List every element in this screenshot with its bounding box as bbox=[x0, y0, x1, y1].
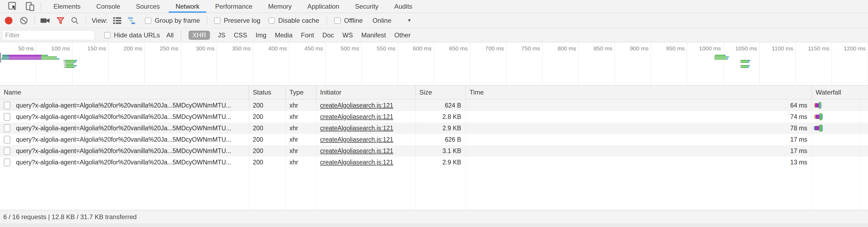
waterfall-cell bbox=[812, 145, 868, 157]
column-header-initiator[interactable]: Initiator bbox=[316, 86, 415, 99]
throttling-select[interactable]: Online bbox=[372, 17, 391, 24]
initiator-link[interactable]: createAlgoliasearch.js:121 bbox=[320, 125, 393, 132]
name-cell: query?x-algolia-agent=Algolia%20for%20va… bbox=[0, 100, 249, 111]
disable-cache-toggle[interactable]: Disable cache bbox=[269, 17, 319, 24]
view-list-icon[interactable] bbox=[112, 16, 122, 25]
status-cell: 200 bbox=[249, 111, 286, 122]
tab-security[interactable]: Security bbox=[347, 0, 386, 13]
waterfall-bar-segment bbox=[819, 125, 822, 131]
column-header-type[interactable]: Type bbox=[286, 86, 316, 99]
table-row[interactable]: query?x-algolia-agent=Algolia%20for%20va… bbox=[0, 145, 868, 157]
timeline-gridline: 950 ms bbox=[651, 42, 687, 85]
filter-type-ws[interactable]: WS bbox=[342, 31, 353, 40]
record-button[interactable] bbox=[5, 17, 12, 24]
size-cell: 626 B bbox=[415, 134, 466, 145]
search-icon[interactable] bbox=[70, 16, 79, 25]
filter-type-js[interactable]: JS bbox=[217, 31, 226, 40]
toolbar-divider bbox=[207, 16, 208, 25]
size-cell: 2.9 KB bbox=[415, 157, 466, 168]
table-row[interactable]: query?x-algolia-agent=Algolia%20for%20va… bbox=[0, 111, 868, 122]
filter-icon[interactable] bbox=[56, 16, 65, 25]
initiator-link[interactable]: createAlgoliasearch.js:121 bbox=[320, 102, 393, 109]
group-by-frame-label: Group by frame bbox=[155, 17, 200, 24]
waterfall-cell bbox=[812, 157, 868, 168]
filter-type-css[interactable]: CSS bbox=[233, 31, 248, 40]
initiator-cell: createAlgoliasearch.js:121 bbox=[316, 111, 415, 122]
toolbar-divider bbox=[86, 16, 86, 25]
column-header-waterfall[interactable]: Waterfall bbox=[812, 86, 868, 99]
timeline-tick-label: 1150 ms bbox=[808, 45, 830, 52]
status-cell: 200 bbox=[249, 145, 286, 157]
filter-input[interactable] bbox=[2, 30, 94, 40]
filter-divider bbox=[181, 31, 181, 39]
tab-audits[interactable]: Audits bbox=[386, 0, 420, 13]
disable-cache-checkbox[interactable] bbox=[269, 17, 275, 24]
preserve-log-checkbox[interactable] bbox=[214, 17, 220, 24]
timeline-tick-label: 700 ms bbox=[485, 45, 504, 52]
requests-summary: 6 / 16 requests | 12.8 KB / 31.7 KB tran… bbox=[3, 213, 137, 221]
chevron-down-icon[interactable]: ▼ bbox=[407, 18, 412, 23]
filter-type-other[interactable]: Other bbox=[394, 31, 411, 40]
filter-type-manifest[interactable]: Manifest bbox=[361, 31, 386, 40]
type-cell: xhr bbox=[286, 134, 316, 145]
offline-checkbox[interactable] bbox=[334, 17, 341, 24]
table-row[interactable]: query?x-algolia-agent=Algolia%20for%20va… bbox=[0, 122, 868, 134]
table-row[interactable]: query?x-algolia-agent=Algolia%20for%20va… bbox=[0, 157, 868, 168]
tab-application[interactable]: Application bbox=[300, 0, 347, 13]
timeline-tick-label: 650 ms bbox=[449, 45, 468, 52]
timeline-tick-label: 50 ms bbox=[18, 45, 34, 52]
overview-request-bar bbox=[2, 56, 57, 58]
tab-network[interactable]: Network bbox=[167, 0, 207, 13]
overview-request-bar bbox=[64, 67, 74, 68]
filter-type-xhr[interactable]: XHR bbox=[188, 31, 210, 40]
preserve-log-toggle[interactable]: Preserve log bbox=[214, 17, 260, 24]
capture-screenshots-icon[interactable] bbox=[40, 17, 50, 24]
waterfall-bar-segment bbox=[816, 115, 819, 119]
tab-performance[interactable]: Performance bbox=[207, 0, 260, 13]
hide-data-urls-toggle[interactable]: Hide data URLs bbox=[104, 31, 160, 39]
tab-console[interactable]: Console bbox=[88, 0, 128, 13]
initiator-cell: createAlgoliasearch.js:121 bbox=[316, 157, 415, 168]
filter-type-font[interactable]: Font bbox=[301, 31, 315, 40]
group-by-frame-toggle[interactable]: Group by frame bbox=[145, 17, 200, 24]
table-row[interactable]: query?x-algolia-agent=Algolia%20for%20va… bbox=[0, 100, 868, 111]
initiator-link[interactable]: createAlgoliasearch.js:121 bbox=[320, 113, 393, 120]
timeline-gridline: 350 ms bbox=[217, 42, 253, 85]
initiator-link[interactable]: createAlgoliasearch.js:121 bbox=[320, 147, 393, 155]
filter-type-media[interactable]: Media bbox=[274, 31, 293, 40]
device-toolbar-icon[interactable] bbox=[26, 1, 35, 12]
initiator-link[interactable]: createAlgoliasearch.js:121 bbox=[320, 136, 393, 143]
filter-type-doc[interactable]: Doc bbox=[322, 31, 335, 40]
time-cell: 17 ms bbox=[466, 145, 812, 157]
request-file-icon bbox=[4, 113, 10, 121]
hide-data-urls-label: Hide data URLs bbox=[114, 31, 160, 39]
column-header-size[interactable]: Size bbox=[415, 86, 466, 99]
filter-type-img[interactable]: Img bbox=[255, 31, 267, 40]
clear-icon[interactable] bbox=[20, 16, 28, 25]
inspect-element-icon[interactable] bbox=[8, 2, 19, 11]
tab-memory[interactable]: Memory bbox=[260, 0, 300, 13]
filter-type-all[interactable]: All bbox=[166, 31, 174, 40]
requests-table: query?x-algolia-agent=Algolia%20for%20va… bbox=[0, 100, 868, 210]
network-overview-timeline[interactable]: 50 ms100 ms150 ms200 ms250 ms300 ms350 m… bbox=[0, 42, 868, 86]
hide-data-urls-checkbox[interactable] bbox=[104, 32, 111, 38]
name-cell: query?x-algolia-agent=Algolia%20for%20va… bbox=[0, 122, 249, 134]
timeline-gridline: 1200 ms bbox=[832, 42, 868, 85]
overview-request-bar bbox=[64, 62, 76, 63]
request-name: query?x-algolia-agent=Algolia%20for%20va… bbox=[16, 136, 231, 143]
tab-sources[interactable]: Sources bbox=[128, 0, 167, 13]
tab-elements[interactable]: Elements bbox=[45, 0, 88, 13]
initiator-link[interactable]: createAlgoliasearch.js:121 bbox=[320, 159, 393, 166]
type-cell: xhr bbox=[286, 122, 316, 134]
group-by-frame-checkbox[interactable] bbox=[145, 17, 151, 24]
table-row[interactable]: query?x-algolia-agent=Algolia%20for%20va… bbox=[0, 134, 868, 145]
status-cell: 200 bbox=[249, 100, 286, 111]
column-header-name[interactable]: Name bbox=[0, 86, 249, 99]
overview-request-bar bbox=[63, 60, 77, 61]
column-header-status[interactable]: Status bbox=[249, 86, 286, 99]
timeline-tick-label: 1100 ms bbox=[772, 45, 793, 52]
view-waterfall-icon[interactable] bbox=[127, 16, 137, 25]
offline-toggle[interactable]: Offline bbox=[334, 17, 363, 24]
size-cell: 2.9 KB bbox=[415, 122, 466, 134]
column-header-time[interactable]: Time bbox=[466, 86, 812, 99]
